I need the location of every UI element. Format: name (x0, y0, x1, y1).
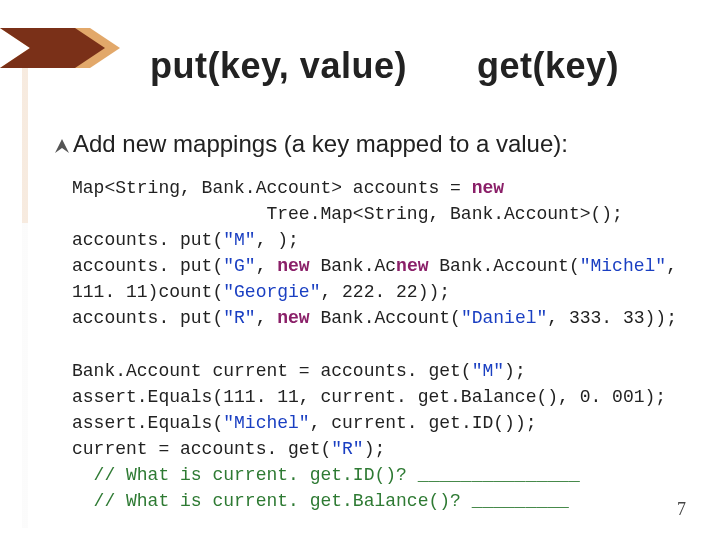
code-string: "R" (223, 308, 255, 328)
code-string: "Daniel" (461, 308, 547, 328)
code-comment: // What is current. get.Balance()? _____… (72, 491, 569, 511)
code-keyword: new (277, 308, 309, 328)
title-left: put(key, value) (150, 45, 407, 87)
svg-marker-2 (55, 139, 69, 153)
code-string: "M" (223, 230, 255, 250)
code-line: Bank.Account( (428, 256, 579, 276)
code-line: , (256, 308, 278, 328)
title-right: get(key) (477, 45, 619, 87)
code-line: assert.Equals( (72, 413, 223, 433)
code-line: , 333. 33)); (547, 308, 677, 328)
code-line: accounts. put( (72, 230, 223, 250)
code-line: , 222. 22)); (320, 282, 450, 302)
left-accent-bar (22, 58, 28, 528)
compass-arrow-icon (55, 131, 69, 145)
corner-accent-icon (0, 18, 120, 78)
code-line: , (256, 256, 278, 276)
code-line: current = accounts. get( (72, 439, 331, 459)
code-line: ); (364, 439, 386, 459)
code-string: "Georgie" (223, 282, 320, 302)
slide: put(key, value) get(key) Add new mapping… (0, 0, 720, 540)
code-string: "Michel" (580, 256, 666, 276)
svg-marker-0 (0, 28, 120, 68)
code-line: , current. get.ID()); (310, 413, 537, 433)
code-line: Tree.Map<String, Bank.Account>(); (72, 204, 623, 224)
code-comment: // What is current. get.ID()? __________… (72, 465, 580, 485)
title-row: put(key, value) get(key) (150, 45, 680, 87)
code-line: accounts. put( (72, 256, 223, 276)
code-string: "Michel" (223, 413, 309, 433)
code-string: "R" (331, 439, 363, 459)
subtitle-text: Add new mappings (a key mapped to a valu… (73, 130, 568, 157)
code-keyword: new (277, 256, 309, 276)
code-line: 111. 11)count( (72, 282, 223, 302)
code-line: Map<String, Bank.Account> accounts = (72, 178, 472, 198)
subtitle: Add new mappings (a key mapped to a valu… (55, 130, 680, 158)
code-line: accounts. put( (72, 308, 223, 328)
code-keyword: new (472, 178, 504, 198)
code-line: ); (504, 361, 526, 381)
code-line: , ); (256, 230, 299, 250)
code-keyword: new (396, 256, 428, 276)
code-line: Bank.Account( (310, 308, 461, 328)
code-line: , (666, 256, 677, 276)
page-number: 7 (677, 499, 686, 520)
svg-marker-1 (0, 28, 105, 68)
code-string: "M" (472, 361, 504, 381)
code-string: "G" (223, 256, 255, 276)
code-line: Bank.Ac (310, 256, 396, 276)
code-line: Bank.Account current = accounts. get( (72, 361, 472, 381)
code-line: assert.Equals(111. 11, current. get.Bala… (72, 387, 666, 407)
code-block: Map<String, Bank.Account> accounts = new… (72, 175, 680, 514)
